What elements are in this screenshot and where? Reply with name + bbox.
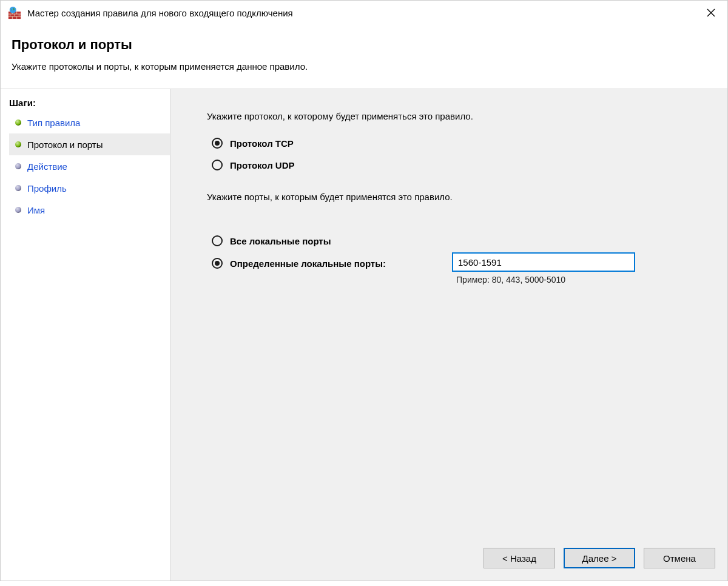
radio-all-ports[interactable]: Все локальные порты [212,229,706,253]
radio-label: Определенные локальные порты: [230,258,386,269]
radio-icon [212,235,223,246]
close-icon [707,8,715,17]
step-name[interactable]: Имя [9,199,170,221]
step-bullet-icon [15,141,21,147]
radio-specific-ports[interactable]: Определенные локальные порты: [212,253,386,274]
steps-sidebar: Шаги: Тип правила Протокол и порты Дейст… [1,89,170,581]
close-button[interactable] [697,3,725,22]
step-bullet-icon [15,207,21,213]
specific-ports-input[interactable] [453,253,635,271]
protocol-instruction: Укажите протокол, к которому будет приме… [207,111,706,121]
step-label: Имя [27,205,45,215]
step-profile[interactable]: Профиль [9,177,170,199]
protocol-radio-group: Протокол TCP Протокол UDP [212,132,706,176]
page-title: Протокол и порты [12,37,716,53]
radio-udp[interactable]: Протокол UDP [212,154,706,176]
step-label: Протокол и порты [27,140,103,150]
radio-icon [212,160,223,170]
step-label: Тип правила [27,118,80,128]
wizard-header: Протокол и порты Укажите протоколы и пор… [1,25,727,78]
cancel-button[interactable]: Отмена [644,548,715,568]
steps-heading: Шаги: [9,95,170,112]
radio-label: Все локальные порты [230,236,331,246]
radio-icon [212,258,223,269]
step-bullet-icon [15,163,21,169]
step-label: Действие [27,161,67,172]
radio-label: Протокол TCP [230,138,294,149]
window-title: Мастер создания правила для нового входя… [27,8,697,18]
svg-point-11 [10,7,16,13]
titlebar: Мастер создания правила для нового входя… [1,1,727,25]
step-rule-type[interactable]: Тип правила [9,112,170,133]
step-bullet-icon [15,120,21,126]
radio-label: Протокол UDP [230,160,295,170]
step-bullet-icon [15,185,21,191]
ports-instruction: Укажите порты, к которым будет применятс… [207,192,706,202]
ports-radio-group: Все локальные порты Определенные локальн… [212,229,706,285]
ports-example-text: Пример: 80, 443, 5000-5010 [453,275,635,285]
page-subtitle: Укажите протоколы и порты, к которым при… [12,61,716,72]
firewall-icon [8,6,21,19]
wizard-window: Мастер создания правила для нового входя… [0,0,728,581]
step-protocol-ports[interactable]: Протокол и порты [9,133,170,155]
wizard-main: Укажите протокол, к которому будет приме… [170,89,727,581]
radio-icon [212,138,223,149]
radio-tcp[interactable]: Протокол TCP [212,132,706,154]
back-button[interactable]: < Назад [484,548,555,568]
next-button[interactable]: Далее > [564,548,635,568]
wizard-footer: < Назад Далее > Отмена [484,548,715,568]
step-action[interactable]: Действие [9,155,170,177]
wizard-body: Шаги: Тип правила Протокол и порты Дейст… [1,89,727,581]
step-label: Профиль [27,183,67,194]
